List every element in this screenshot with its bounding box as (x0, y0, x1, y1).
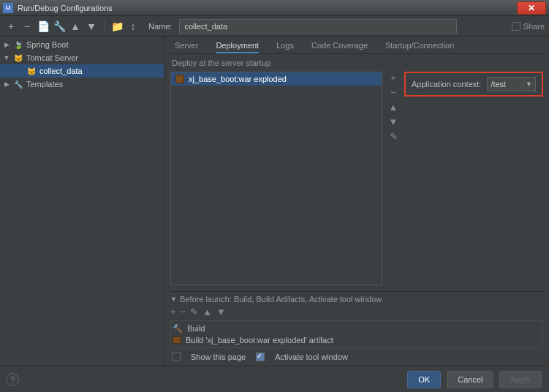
expand-icon[interactable]: ↕ (126, 20, 140, 33)
help-icon[interactable]: ? (6, 373, 19, 386)
application-context-label: Application context: (412, 80, 481, 88)
edit-task-icon[interactable]: ✎ (190, 306, 198, 317)
edit-artifact-icon[interactable]: ✎ (390, 132, 398, 142)
hammer-icon: 🔨 (173, 324, 183, 333)
chevron-right-icon: ▶ (3, 80, 10, 88)
spring-icon: 🍃 (13, 39, 23, 50)
tree-label: collect_data (39, 67, 83, 75)
remove-config-icon[interactable]: − (20, 20, 34, 33)
before-task-artifact[interactable]: Build 'xj_base_boot:war exploded' artifa… (173, 334, 541, 346)
activate-window-checkbox[interactable] (256, 353, 265, 361)
move-up-artifact-icon[interactable]: ▲ (389, 102, 398, 113)
apply-button[interactable]: Apply (499, 371, 542, 388)
application-context-value: /test (491, 80, 506, 88)
ok-button[interactable]: OK (407, 371, 441, 388)
chevron-down-icon: ▼ (523, 79, 534, 89)
move-down-artifact-icon[interactable]: ▼ (389, 117, 398, 127)
window-title: Run/Debug Configurations (18, 4, 517, 12)
tab-logs[interactable]: Logs (276, 39, 294, 53)
close-button[interactable]: ✕ (517, 1, 546, 15)
separator (104, 20, 105, 32)
copy-config-icon[interactable]: 📄 (37, 20, 50, 33)
show-page-checkbox[interactable] (172, 353, 181, 361)
name-label: Name: (148, 22, 172, 31)
task-label: Build 'xj_base_boot:war exploded' artifa… (186, 336, 333, 344)
tree-label: Spring Boot (26, 40, 68, 49)
task-up-icon[interactable]: ▲ (202, 306, 212, 317)
chevron-right-icon: ▶ (3, 41, 10, 48)
tab-server[interactable]: Server (175, 39, 198, 53)
deploy-section-label: Deploy at the server startup (170, 54, 543, 72)
chevron-down-icon[interactable]: ▼ (170, 295, 177, 303)
tab-startup-connection[interactable]: Startup/Connection (385, 39, 454, 53)
tomcat-icon: 🐱 (13, 53, 23, 63)
share-checkbox[interactable] (512, 22, 520, 31)
artifact-icon (173, 336, 181, 344)
config-tree: ▶ 🍃 Spring Boot ▼ 🐱 Tomcat Server 🐱 coll… (0, 37, 164, 366)
tomcat-run-icon: 🐱 (26, 66, 37, 76)
cancel-button[interactable]: Cancel (447, 371, 493, 388)
tree-label: Tomcat Server (26, 53, 78, 62)
task-down-icon[interactable]: ▼ (216, 306, 226, 317)
move-up-icon[interactable]: ▲ (69, 20, 82, 33)
tab-code-coverage[interactable]: Code Coverage (311, 39, 368, 53)
task-label: Build (187, 324, 205, 333)
tree-label: Templates (26, 80, 63, 88)
share-label: Share (523, 22, 545, 31)
tree-templates[interactable]: ▶ 🔧 Templates (0, 78, 164, 91)
tab-deployment[interactable]: Deployment (216, 39, 259, 53)
before-task-build[interactable]: 🔨 Build (173, 323, 541, 334)
chevron-down-icon: ▼ (3, 54, 10, 61)
move-down-icon[interactable]: ▼ (85, 20, 98, 33)
before-launch-list[interactable]: 🔨 Build Build 'xj_base_boot:war exploded… (170, 320, 543, 348)
artifact-label: xj_base_boot:war exploded (189, 75, 287, 83)
show-page-label: Show this page (191, 353, 246, 361)
tree-spring-boot[interactable]: ▶ 🍃 Spring Boot (0, 38, 164, 51)
deploy-artifact-item[interactable]: xj_base_boot:war exploded (171, 72, 382, 86)
app-icon: IJ (3, 3, 13, 13)
application-context-group: Application context: /test ▼ (404, 72, 543, 97)
tree-collect-data[interactable]: 🐱 collect_data (0, 64, 164, 78)
application-context-combo[interactable]: /test ▼ (487, 77, 536, 91)
remove-task-icon[interactable]: − (181, 306, 186, 317)
add-artifact-icon[interactable]: + (390, 73, 396, 83)
deploy-artifact-list[interactable]: xj_base_boot:war exploded (170, 72, 382, 285)
remove-artifact-icon[interactable]: − (390, 88, 396, 98)
folder-icon[interactable]: 📁 (110, 20, 124, 33)
artifact-icon (175, 75, 184, 83)
activate-window-label: Activate tool window (275, 353, 348, 361)
tree-tomcat-server[interactable]: ▼ 🐱 Tomcat Server (0, 51, 164, 64)
wrench-icon: 🔧 (13, 79, 23, 89)
settings-icon[interactable]: 🔧 (53, 20, 66, 33)
before-launch-header: Before launch: Build, Build Artifacts, A… (180, 295, 382, 304)
add-task-icon[interactable]: + (170, 306, 176, 317)
name-input[interactable] (179, 19, 457, 34)
add-config-icon[interactable]: + (4, 20, 18, 33)
